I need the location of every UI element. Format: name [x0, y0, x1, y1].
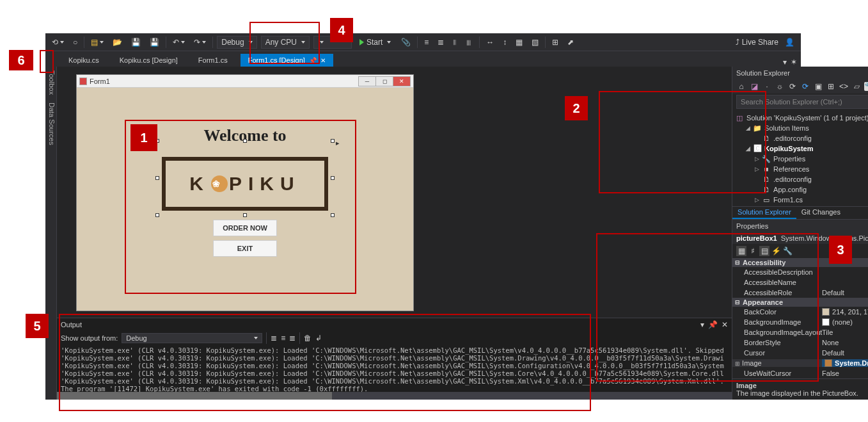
- se-search-input[interactable]: Search Solution Explorer (Ctrl+;) 🔍: [736, 95, 868, 109]
- output-pin-icon[interactable]: 📌: [708, 320, 718, 329]
- order-now-button[interactable]: ORDER NOW: [213, 220, 277, 236]
- output-dropdown-icon[interactable]: ▾: [700, 320, 704, 329]
- se-btn2-icon[interactable]: ◪: [749, 81, 759, 92]
- prop-category[interactable]: ⊟ Appearance: [732, 298, 868, 307]
- prop-row[interactable]: AccessibleRoleDefault: [732, 288, 868, 298]
- ungrp-icon[interactable]: ▧: [529, 37, 541, 48]
- form-window[interactable]: Form1 ─ ◻ ✕ Welcome to K: [76, 74, 414, 311]
- halign-icon[interactable]: ↔: [484, 37, 496, 48]
- picturebox-logo[interactable]: K ❀ PIKU: [162, 157, 328, 211]
- output-close-icon[interactable]: ✕: [722, 320, 728, 329]
- prop-row[interactable]: UseWaitCursorFalse: [732, 368, 868, 378]
- tree-item[interactable]: ▷🔧Properties: [734, 154, 868, 164]
- align3-icon[interactable]: ⫴: [450, 37, 459, 48]
- tabs-gear-icon[interactable]: ✶: [791, 58, 797, 67]
- sel-handle[interactable]: [155, 213, 159, 217]
- nav-back-icon[interactable]: ⟲: [49, 37, 67, 48]
- config-dropdown[interactable]: Debug: [217, 36, 256, 49]
- sel-handle[interactable]: [331, 139, 335, 143]
- prop-row[interactable]: AccessibleName: [732, 277, 868, 288]
- prop-prop-icon[interactable]: 🔧: [782, 246, 793, 256]
- exit-button[interactable]: EXIT: [213, 240, 277, 257]
- tab-form1-cs[interactable]: Form1.cs: [191, 54, 235, 67]
- tab-form1-design[interactable]: Form1.cs [Design]📌✕: [241, 54, 333, 67]
- maximize-button[interactable]: ◻: [375, 76, 393, 86]
- se-btn7-icon[interactable]: ⊞: [826, 81, 836, 92]
- se-home-icon[interactable]: ⌂: [736, 81, 746, 92]
- se-wrench-icon[interactable]: 🔧: [864, 82, 868, 91]
- prop-az-icon[interactable]: ♯: [748, 246, 758, 256]
- nav-fwd-icon[interactable]: ○: [70, 37, 80, 48]
- out-btn3-icon[interactable]: ≣: [289, 334, 296, 343]
- minimize-button[interactable]: ─: [358, 76, 376, 86]
- sel-handle[interactable]: [331, 213, 335, 217]
- se-code-icon[interactable]: <>: [839, 81, 849, 92]
- new-icon[interactable]: ▤: [88, 37, 106, 48]
- align2-icon[interactable]: ≣: [435, 37, 446, 48]
- prop-row[interactable]: ⊞ ImageSystem.Drawing.Bitmap: [732, 358, 868, 368]
- out-clear-icon[interactable]: 🗑: [304, 334, 312, 343]
- tree-item[interactable]: 🗋.editorconfig: [734, 174, 868, 184]
- prop-event-icon[interactable]: ⚡: [771, 246, 781, 256]
- tree-item[interactable]: ▷■References: [734, 164, 868, 174]
- undo-icon[interactable]: ↶: [170, 37, 187, 48]
- designer-surface[interactable]: Form1 ─ ◻ ✕ Welcome to K: [57, 67, 732, 318]
- solution-tree[interactable]: ◫ Solution 'KopikuSystem' (1 of 1 projec…: [732, 110, 868, 206]
- attach-icon[interactable]: 📎: [398, 37, 413, 48]
- prop-row[interactable]: BackColor214, 201, 177: [732, 307, 868, 317]
- prop-row[interactable]: BackgroundImageLayoutTile: [732, 327, 868, 337]
- user-icon[interactable]: 👤: [782, 37, 797, 48]
- tree-item[interactable]: ◢🅲KopikuSystem: [734, 143, 868, 154]
- se-btn3-icon[interactable]: ☼: [775, 81, 785, 92]
- sel-handle[interactable]: [155, 176, 159, 180]
- sel-handle[interactable]: [243, 213, 247, 217]
- grid-icon[interactable]: ⊞: [549, 37, 561, 48]
- start-button[interactable]: Start: [356, 37, 395, 47]
- close-button[interactable]: ✕: [393, 76, 411, 86]
- smart-tag-icon[interactable]: ▸: [336, 139, 340, 147]
- tree-item[interactable]: ▷▭Form1.cs: [734, 195, 868, 205]
- toolbox-tab[interactable]: Toolbox: [45, 67, 56, 99]
- se-tab-git[interactable]: Git Changes: [796, 207, 846, 219]
- platform-dropdown[interactable]: Any CPU: [261, 36, 310, 49]
- tree-item[interactable]: ◢📁Solution Items: [734, 123, 868, 133]
- tabs-dropdown-icon[interactable]: ▾: [783, 58, 787, 67]
- tree-item[interactable]: 🗋.editorconfig: [734, 133, 868, 143]
- save-icon[interactable]: 💾: [129, 37, 143, 48]
- tab-kopiku-design[interactable]: Kopiku.cs [Design]: [112, 54, 185, 67]
- output-text[interactable]: 'KopikuSystem.exe' (CLR v4.0.30319: Kopi…: [57, 345, 732, 392]
- sel-handle[interactable]: [331, 176, 335, 180]
- tab-order-icon[interactable]: ⬈: [565, 37, 576, 48]
- valign-icon[interactable]: ↕: [500, 37, 509, 48]
- out-btn1-icon[interactable]: ≣: [271, 334, 277, 343]
- prop-row[interactable]: CursorDefault: [732, 348, 868, 358]
- pin-icon[interactable]: 📌: [309, 57, 317, 64]
- se-tab-solution[interactable]: Solution Explorer: [732, 207, 796, 219]
- prop-row[interactable]: BackgroundImage(none): [732, 317, 868, 327]
- sel-handle[interactable]: [243, 139, 247, 143]
- align4-icon[interactable]: ⫼: [462, 37, 475, 48]
- out-wrap-icon[interactable]: ↲: [315, 334, 322, 343]
- prop-row[interactable]: BorderStyleNone: [732, 337, 868, 348]
- align-icon[interactable]: ≡: [422, 37, 431, 48]
- prop-row[interactable]: AccessibleDescription: [732, 267, 868, 277]
- live-share-button[interactable]: ⤴Live Share: [736, 38, 778, 47]
- group-icon[interactable]: ▦: [513, 37, 525, 48]
- redo-icon[interactable]: ↷: [191, 37, 209, 48]
- prop-page-icon[interactable]: ▤: [759, 246, 769, 256]
- output-source-dropdown[interactable]: Debug: [122, 333, 262, 343]
- se-btn4-icon[interactable]: ⟳: [787, 81, 798, 92]
- tree-item[interactable]: 🗋App.config: [734, 184, 868, 195]
- prop-cat-icon[interactable]: ▦: [736, 246, 746, 256]
- datasources-tab[interactable]: Data Sources: [45, 99, 56, 149]
- output-scrollbar[interactable]: [57, 392, 732, 400]
- open-icon[interactable]: 📂: [110, 37, 125, 48]
- se-btn9-icon[interactable]: ▱: [851, 81, 862, 92]
- save-all-icon[interactable]: 💾: [147, 37, 162, 48]
- se-refresh-icon[interactable]: ⟳: [800, 81, 810, 92]
- se-btn6-icon[interactable]: ▣: [813, 81, 823, 92]
- solution-root[interactable]: Solution 'KopikuSystem' (1 of 1 project): [746, 114, 868, 122]
- tab-kopiku-cs[interactable]: Kopiku.cs: [61, 54, 107, 67]
- properties-grid[interactable]: ⊟ AccessibilityAccessibleDescriptionAcce…: [732, 258, 868, 378]
- close-icon[interactable]: ✕: [320, 57, 326, 64]
